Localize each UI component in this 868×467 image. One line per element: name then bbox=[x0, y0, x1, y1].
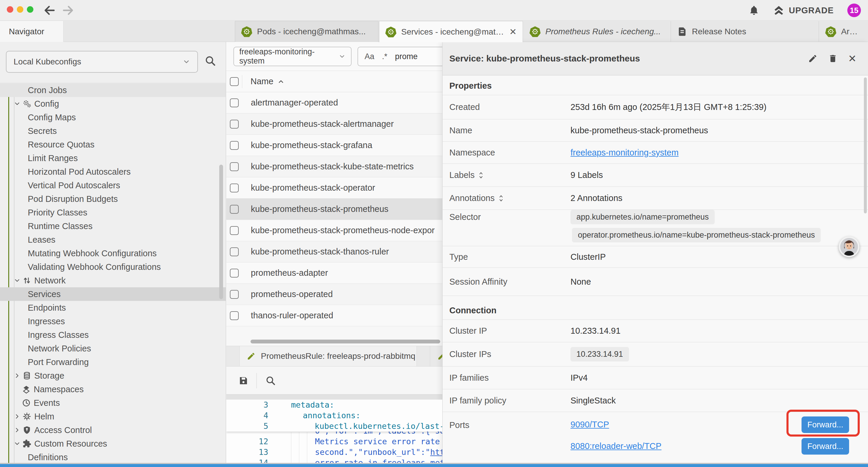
sidebar-item-endpoints[interactable]: Endpoints bbox=[0, 301, 226, 315]
expand-collapse-icon[interactable] bbox=[478, 171, 484, 179]
row-checkbox[interactable] bbox=[230, 226, 239, 235]
sidebar-item-access-control[interactable]: Access Control bbox=[0, 423, 226, 437]
edit-pencil-icon[interactable] bbox=[808, 54, 817, 63]
close-tab-icon[interactable]: ✕ bbox=[509, 27, 517, 37]
sidebar-item-resource-quotas[interactable]: Resource Quotas bbox=[0, 138, 226, 151]
navigator-panel-tab[interactable]: Navigator bbox=[0, 21, 64, 42]
notifications-bell-icon[interactable] bbox=[749, 5, 759, 16]
service-row[interactable]: prometheus-adapter bbox=[226, 262, 442, 284]
notification-count-badge[interactable]: 15 bbox=[847, 4, 861, 17]
service-row[interactable]: kube-prometheus-stack-operator bbox=[226, 177, 442, 199]
sidebar-scrollbar[interactable] bbox=[219, 165, 223, 299]
service-row[interactable]: kube-prometheus-stack-prometheus-node-ex… bbox=[226, 220, 442, 241]
sidebar-item-runtime-classes[interactable]: Runtime Classes bbox=[0, 219, 226, 233]
sidebar-item-storage[interactable]: Storage bbox=[0, 369, 226, 382]
yaml-editor[interactable]: 3metadata: 4annotations: 5kubectl.kubern… bbox=[226, 400, 442, 464]
service-row[interactable]: thanos-ruler-operated bbox=[226, 305, 442, 326]
runbook-url-link[interactable]: https://net bbox=[430, 447, 442, 458]
sidebar-item-config[interactable]: Config bbox=[0, 97, 226, 111]
row-checkbox[interactable] bbox=[230, 162, 239, 171]
select-all-checkbox[interactable] bbox=[230, 77, 239, 86]
sidebar-item-pod-disruption-budgets[interactable]: Pod Disruption Budgets bbox=[0, 192, 226, 206]
forward-port-button[interactable]: Forward... bbox=[802, 438, 849, 455]
service-row[interactable]: alertmanager-operated bbox=[226, 92, 442, 114]
service-row[interactable]: kube-prometheus-stack-kube-state-metrics bbox=[226, 156, 442, 177]
namespace-filter-select[interactable]: freeleaps-monitoring-system bbox=[234, 47, 351, 66]
tab-release-notes[interactable]: Release Notes bbox=[671, 21, 819, 42]
chevron-down-icon bbox=[13, 277, 21, 284]
row-checkbox[interactable] bbox=[230, 247, 239, 256]
close-drawer-icon[interactable]: ✕ bbox=[848, 53, 857, 64]
tab-services[interactable]: Services - icecheng@math... ✕ bbox=[379, 21, 523, 42]
match-case-icon[interactable]: Aa bbox=[365, 52, 374, 61]
sidebar-item-network[interactable]: Network bbox=[0, 274, 226, 287]
name-column-header[interactable]: Name bbox=[251, 77, 273, 86]
tab-pods[interactable]: Pods - icecheng@mathmas... bbox=[235, 21, 378, 42]
sidebar-item-validating-webhook-configurations[interactable]: Validating Webhook Configurations bbox=[0, 260, 226, 274]
editor-search-icon[interactable] bbox=[265, 375, 276, 386]
sidebar-item-vertical-pod-autoscalers[interactable]: Vertical Pod Autoscalers bbox=[0, 178, 226, 192]
service-row-selected[interactable]: kube-prometheus-stack-prometheus bbox=[226, 199, 442, 220]
sidebar-item-mutating-webhook-configurations[interactable]: Mutating Webhook Configurations bbox=[0, 246, 226, 260]
drawer-scrollbar[interactable] bbox=[864, 78, 867, 213]
sidebar-item-horizontal-pod-autoscalers[interactable]: Horizontal Pod Autoscalers bbox=[0, 165, 226, 178]
sidebar-item-namespaces[interactable]: Namespaces bbox=[0, 382, 226, 396]
sidebar-item-cron-jobs[interactable]: Cron Jobs bbox=[0, 83, 226, 97]
row-checkbox[interactable] bbox=[230, 183, 239, 193]
sidebar-item-events[interactable]: Events bbox=[0, 396, 226, 410]
avatar[interactable] bbox=[839, 236, 860, 257]
editor-tab-prometheusrule[interactable]: PrometheusRule: freeleaps-prod-rabbitmq bbox=[239, 346, 417, 366]
service-row[interactable]: prometheus-operated bbox=[226, 284, 442, 305]
service-row[interactable]: kube-prometheus-stack-thanos-ruler bbox=[226, 241, 442, 262]
tab-argo[interactable]: Argo Se bbox=[819, 21, 868, 42]
row-checkbox[interactable] bbox=[230, 205, 239, 214]
row-checkbox[interactable] bbox=[230, 141, 239, 150]
row-checkbox[interactable] bbox=[230, 290, 239, 299]
editor-toolbar bbox=[226, 367, 442, 394]
expand-collapse-icon[interactable] bbox=[498, 194, 504, 202]
namespace-link[interactable]: freeleaps-monitoring-system bbox=[570, 148, 679, 157]
forward-icon[interactable] bbox=[61, 4, 74, 17]
sidebar-item-port-forwarding[interactable]: Port Forwarding bbox=[0, 355, 226, 369]
service-row[interactable]: kube-prometheus-stack-grafana bbox=[226, 135, 442, 156]
maximize-window-button[interactable] bbox=[27, 6, 33, 13]
sidebar-item-config-maps[interactable]: Config Maps bbox=[0, 111, 226, 124]
sidebar-item-leases[interactable]: Leases bbox=[0, 233, 226, 246]
regex-icon[interactable]: .* bbox=[382, 52, 387, 61]
row-checkbox[interactable] bbox=[230, 120, 239, 128]
tab-prometheus-rules[interactable]: Prometheus Rules - icecheng... bbox=[524, 21, 671, 42]
forward-port-button[interactable]: Forward... bbox=[802, 416, 849, 433]
horizontal-scrollbar[interactable] bbox=[251, 340, 440, 344]
port-link-8080[interactable]: 8080:reloader-web/TCP bbox=[570, 441, 661, 451]
row-checkbox[interactable] bbox=[230, 311, 239, 320]
selector-chip[interactable]: operator.prometheus.io/name=kube-prometh… bbox=[572, 228, 821, 242]
sidebar-item-limit-ranges[interactable]: Limit Ranges bbox=[0, 151, 226, 165]
sidebar-item-network-policies[interactable]: Network Policies bbox=[0, 342, 226, 355]
sidebar-item-priority-classes[interactable]: Priority Classes bbox=[0, 206, 226, 219]
service-row[interactable]: kube-prometheus-stack-alertmanager bbox=[226, 114, 442, 135]
sidebar-item-custom-resources[interactable]: Custom Resources bbox=[0, 437, 226, 450]
kubeconfig-select[interactable]: Local Kubeconfigs bbox=[6, 51, 198, 73]
sidebar-item-services[interactable]: Services bbox=[0, 287, 226, 301]
row-checkbox[interactable] bbox=[230, 98, 239, 107]
sidebar-item-definitions[interactable]: Definitions bbox=[0, 450, 226, 464]
save-icon[interactable] bbox=[238, 375, 249, 386]
selector-chip[interactable]: app.kubernetes.io/name=prometheus bbox=[570, 210, 715, 224]
close-window-button[interactable] bbox=[7, 6, 13, 13]
chevron-down-icon bbox=[13, 440, 21, 447]
sort-ascending-icon[interactable] bbox=[277, 78, 284, 85]
upgrade-button[interactable]: UPGRADE bbox=[773, 4, 834, 16]
search-icon[interactable] bbox=[205, 55, 216, 67]
editor-tab-partial[interactable] bbox=[430, 346, 442, 366]
row-checkbox[interactable] bbox=[230, 269, 239, 278]
sidebar-item-secrets[interactable]: Secrets bbox=[0, 124, 226, 138]
sidebar-item-ingress-classes[interactable]: Ingress Classes bbox=[0, 328, 226, 342]
resource-search-input[interactable]: Aa .* prome bbox=[358, 47, 442, 66]
delete-trash-icon[interactable] bbox=[828, 54, 838, 63]
port-link-9090[interactable]: 9090/TCP bbox=[570, 420, 609, 430]
back-icon[interactable] bbox=[43, 4, 56, 17]
minimize-window-button[interactable] bbox=[17, 6, 23, 13]
cluster-ip-chip[interactable]: 10.233.14.91 bbox=[570, 347, 629, 361]
sidebar-item-helm[interactable]: Helm bbox=[0, 410, 226, 423]
sidebar-item-ingresses[interactable]: Ingresses bbox=[0, 315, 226, 328]
